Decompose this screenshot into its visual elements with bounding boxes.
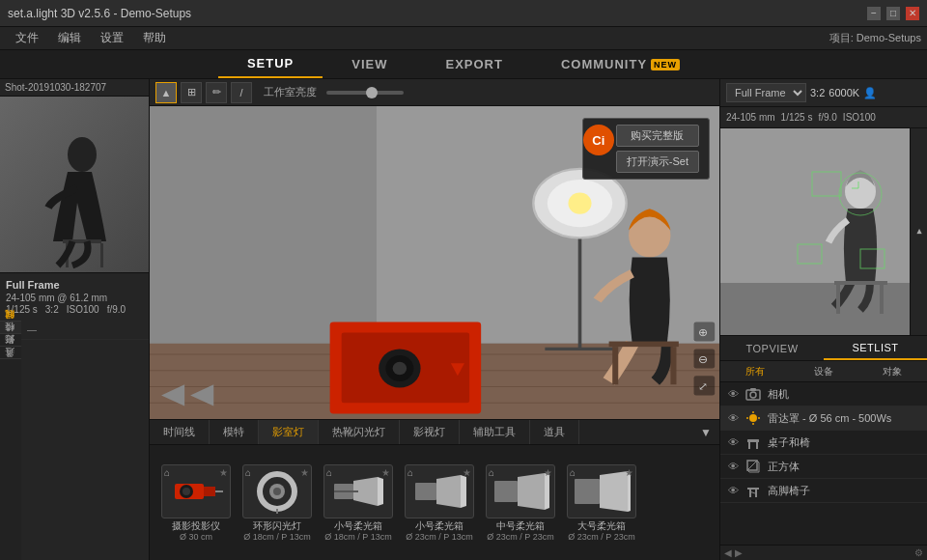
vtab-props[interactable]: 道具 [0, 358, 21, 371]
cbt-flash-lights[interactable]: 热靴闪光灯 [319, 420, 400, 444]
settings-icon[interactable]: ⚙ [914, 547, 923, 558]
lens-info: 24-105 mm @ 61.2 mm [6, 293, 107, 303]
line-tool[interactable]: / [231, 82, 252, 103]
svg-text:⊖: ⊖ [698, 352, 708, 365]
cbt-studio-lights[interactable]: 影室灯 [259, 420, 319, 444]
vtab-timeline[interactable]: 时间线 [0, 321, 21, 333]
light-item-softbox-s2[interactable]: ⌂ ★ 小号柔光箱 Ø 23cm / P 13cm [401, 464, 478, 542]
eye-icon-camera[interactable]: 👁 [728, 388, 739, 400]
svg-rect-28 [670, 347, 676, 384]
eye-icon-light[interactable]: 👁 [728, 412, 739, 424]
iso-display: ISO100 [843, 112, 876, 123]
shot-label: Shot-20191030-182707 [0, 79, 149, 97]
setlist-name-camera: 相机 [768, 387, 919, 402]
svg-point-44 [273, 488, 281, 495]
titlebar: set.a.light 3D v2.5.6 - Demo-Setups − □ … [0, 0, 927, 27]
light-name-softbox-m: 中号柔光箱 [496, 520, 545, 532]
subtab-objects[interactable]: 对象 [858, 361, 927, 381]
right-panel-tabs: TOPVIEW SETLIST [720, 336, 927, 361]
star-icon: ★ [219, 467, 228, 478]
exposure-icon[interactable]: ▼ [914, 227, 924, 237]
menu-help[interactable]: 帮助 [133, 27, 176, 49]
ring-svg [248, 469, 306, 514]
tab-setlist[interactable]: SETLIST [824, 336, 927, 360]
cbt-props[interactable]: 道具 [530, 420, 579, 444]
buy-full-btn[interactable]: 购买完整版 [616, 125, 699, 147]
home-icon-4: ⌂ [407, 467, 413, 478]
light-name-softbox-s1: 小号柔光箱 [334, 520, 382, 532]
subtab-devices[interactable]: 设备 [789, 361, 857, 381]
light-item-projector[interactable]: ⌂ ★ 摄影投影仪 Ø 30 cm [157, 464, 235, 542]
tab-topview[interactable]: TOPVIEW [720, 336, 824, 360]
menu-settings[interactable]: 设置 [91, 27, 133, 49]
light-bulb-icon [744, 409, 762, 427]
svg-text:⊕: ⊕ [698, 325, 708, 338]
cbt-accessories[interactable]: 辅助工具 [460, 420, 530, 444]
svg-marker-54 [518, 473, 545, 510]
svg-marker-51 [436, 475, 461, 508]
setlist-item-stool[interactable]: 👁 高脚椅子 [720, 479, 927, 503]
cbt-timeline[interactable]: 时间线 [150, 420, 210, 444]
expand-icon[interactable]: ◀ ▶ [724, 547, 743, 558]
light-name-ring: 环形闪光灯 [253, 520, 301, 532]
light-name-projector: 摄影投影仪 [172, 520, 220, 532]
svg-rect-60 [720, 128, 927, 283]
light-item-softbox-s1[interactable]: ⌂ ★ 小号柔光箱 Ø 18cm / P 13cm [320, 464, 397, 542]
main-content: Shot-20191030-182707 [0, 79, 927, 560]
menubar: 文件 编辑 设置 帮助 项目: Demo-Setups [0, 27, 927, 50]
tab-export[interactable]: EXPORT [416, 50, 531, 78]
setlist-item-table[interactable]: 👁 桌子和椅 [720, 431, 927, 455]
light-item-softbox-m[interactable]: ⌂ ★ 中号柔光箱 Ø 23cm / P 23cm [482, 464, 559, 542]
viewport[interactable]: ▼ [150, 106, 719, 419]
minimize-button[interactable]: − [867, 7, 881, 20]
camera-format-select[interactable]: Full Frame [726, 83, 806, 102]
center-panel: ▲ ⊞ ✏ / 工作室亮度 [150, 79, 719, 560]
viewfinder-svg [720, 128, 927, 336]
light-size-softbox-m: Ø 23cm / P 23cm [487, 532, 553, 542]
menu-edit[interactable]: 编辑 [48, 27, 91, 49]
subtab-all[interactable]: 所有 [720, 361, 789, 381]
setlist-name-stool: 高脚椅子 [768, 484, 919, 498]
vtab-lights[interactable]: 影光灯 [0, 346, 21, 358]
timeline-placeholder: — [21, 321, 149, 340]
svg-rect-83 [748, 442, 750, 449]
menu-file[interactable]: 文件 [6, 27, 48, 49]
setlist-item-camera[interactable]: 👁 相机 [720, 382, 927, 406]
close-button[interactable]: ✕ [906, 7, 919, 20]
eye-icon-stool[interactable]: 👁 [728, 485, 739, 496]
open-demo-btn[interactable]: 打开演示-Set [616, 151, 699, 173]
brightness-slider[interactable] [326, 91, 404, 95]
draw-tool[interactable]: ✏ [206, 82, 227, 103]
tab-community[interactable]: COMMUNITY NEW [532, 50, 709, 78]
cbt-model[interactable]: 模特 [210, 420, 259, 444]
eye-icon-table[interactable]: 👁 [728, 436, 739, 448]
softbox-s1-svg [329, 469, 387, 514]
new-badge: NEW [651, 59, 680, 70]
setlist-name-light: 雷达罩 - Ø 56 cm - 500Ws [768, 411, 919, 426]
eye-icon-cube[interactable]: 👁 [728, 461, 739, 472]
collapse-btn[interactable]: ▼ [692, 426, 719, 439]
right-viewfinder: ▼ [720, 128, 927, 336]
iso-value: ISO100 [67, 304, 99, 315]
light-item-ring[interactable]: ⌂ ★ 环形闪光灯 Ø 18cm / P 13cm [239, 464, 316, 542]
vtab-model[interactable]: 模特 [0, 333, 21, 346]
shutter-speed: 1/125 s [6, 304, 38, 315]
cbt-video-lights[interactable]: 影视灯 [400, 420, 460, 444]
setlist-item-cube[interactable]: 👁 正方体 [720, 455, 927, 479]
stool-icon [744, 482, 762, 499]
tab-setup[interactable]: SETUP [218, 50, 323, 78]
setlist-item-light[interactable]: 👁 雷达罩 - Ø 56 cm - 500Ws [720, 406, 927, 431]
center-toolbar: ▲ ⊞ ✏ / 工作室亮度 [150, 79, 719, 106]
select-tool[interactable]: ▲ [155, 82, 177, 103]
softbox-l-svg [573, 469, 631, 514]
maximize-button[interactable]: □ [886, 7, 900, 20]
svg-point-24 [568, 192, 591, 213]
fstop-display: f/9.0 [818, 112, 836, 123]
left-tab-content: — [21, 321, 149, 560]
svg-rect-53 [494, 481, 518, 502]
grid-tool[interactable]: ⊞ [181, 82, 202, 103]
home-icon-2: ⌂ [245, 467, 251, 478]
light-item-softbox-l[interactable]: ⌂ ★ 大号柔光箱 Ø 23cm / P 23cm [563, 464, 640, 542]
lens-val: 24-105 mm [726, 112, 775, 123]
tab-view[interactable]: VIEW [323, 50, 416, 78]
